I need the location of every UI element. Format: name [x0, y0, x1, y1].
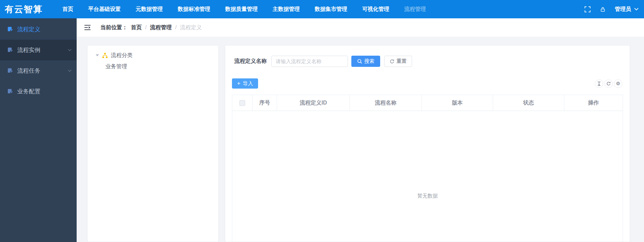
sidebar-item-process-task[interactable]: 流程任务: [0, 60, 77, 81]
caret-down-icon[interactable]: [96, 54, 99, 56]
process-name-label: 流程定义名称: [234, 58, 267, 65]
table-tool-icons: ⚙: [595, 79, 622, 88]
search-button[interactable]: 搜索: [351, 56, 380, 67]
sidebar-item-business-config[interactable]: 业务配置: [0, 81, 77, 102]
chevron-down-icon: [68, 49, 72, 51]
reset-button-label: 重置: [396, 58, 407, 64]
sidebar-item-process-instance[interactable]: 流程实例: [0, 40, 77, 60]
document-edit-icon: [7, 47, 13, 53]
user-menu[interactable]: 管理员: [615, 6, 639, 13]
process-definition-table: 序号 流程定义ID 流程名称 版本 状态 操作 暂无数据: [232, 95, 623, 242]
breadcrumb: 当前位置： 首页 / 流程管理 / 流程定义: [100, 24, 202, 31]
import-button[interactable]: + 导入: [232, 78, 258, 89]
tree-node-label: 流程分类: [111, 52, 133, 59]
nav-item-master-data[interactable]: 主数据管理: [265, 0, 307, 18]
breadcrumb-item-home[interactable]: 首页: [131, 24, 142, 31]
tree-node-label: 业务管理: [105, 63, 127, 70]
table-header-status: 状态: [493, 95, 564, 111]
nav-item-visualization[interactable]: 可视化管理: [355, 0, 397, 18]
lock-icon[interactable]: [600, 6, 606, 12]
chevron-down-icon: [634, 8, 639, 11]
select-all-checkbox[interactable]: [239, 100, 245, 106]
nav-item-platform-settings[interactable]: 平台基础设置: [81, 0, 128, 18]
document-edit-icon: [7, 26, 13, 32]
table-body: 暂无数据: [232, 111, 623, 242]
refresh-icon: [606, 81, 611, 86]
nav-item-data-quality[interactable]: 数据质量管理: [218, 0, 265, 18]
sidebar-item-label: 流程任务: [17, 67, 40, 75]
category-tree-panel: 流程分类 业务管理: [87, 45, 219, 242]
collapse-icon: [84, 25, 91, 30]
stretch-height-button[interactable]: [595, 79, 603, 88]
sidebar-item-label: 流程定义: [17, 25, 40, 33]
search-icon: [357, 59, 362, 64]
breadcrumb-item-process-definition: 流程定义: [180, 24, 202, 31]
breadcrumb-bar: 当前位置： 首页 / 流程管理 / 流程定义: [77, 18, 644, 37]
refresh-icon: [390, 59, 394, 64]
nav-item-data-standard[interactable]: 数据标准管理: [170, 0, 218, 18]
tree-node-process-category[interactable]: 流程分类: [87, 50, 218, 60]
breadcrumb-separator: /: [175, 24, 176, 31]
app-logo: 有云智算: [5, 3, 43, 15]
chevron-down-icon: [68, 70, 72, 72]
column-settings-button[interactable]: ⚙: [614, 79, 622, 88]
table-header-process-name: 流程名称: [350, 95, 422, 111]
breadcrumb-separator: /: [145, 24, 147, 31]
table-header-row: 序号 流程定义ID 流程名称 版本 状态 操作: [232, 95, 623, 111]
sidebar-item-process-definition[interactable]: 流程定义: [0, 19, 77, 40]
user-name: 管理员: [615, 6, 631, 13]
page-layout: 流程定义 流程实例 流程任务 业务配置: [0, 18, 644, 242]
document-edit-icon: [7, 68, 13, 74]
nav-item-home[interactable]: 首页: [55, 0, 81, 18]
toolbar-row: + 导入: [232, 78, 623, 89]
table-header-definition-id: 流程定义ID: [277, 95, 350, 111]
navbar-right: 管理员: [584, 6, 644, 13]
main-menu: 首页 平台基础设置 元数据管理 数据标准管理 数据质量管理 主数据管理 数据集市…: [55, 0, 433, 18]
empty-data-placeholder: 暂无数据: [417, 193, 438, 199]
sitemap-icon: [102, 53, 108, 58]
filter-row: 流程定义名称 搜索 重置: [232, 56, 623, 67]
main-area: 当前位置： 首页 / 流程管理 / 流程定义: [77, 18, 644, 242]
sidebar-item-label: 流程实例: [17, 46, 40, 54]
table-header-version: 版本: [422, 95, 493, 111]
process-definition-panel: 流程定义名称 搜索 重置: [225, 45, 630, 242]
reset-button[interactable]: 重置: [384, 56, 412, 67]
text-height-icon: [597, 81, 601, 86]
content-area: 流程分类 业务管理 流程定义名称 搜索: [77, 37, 644, 242]
gear-icon: ⚙: [616, 81, 620, 86]
sidebar-item-label: 业务配置: [17, 88, 40, 95]
refresh-button[interactable]: [604, 79, 613, 88]
sidebar-collapse-button[interactable]: [83, 23, 92, 32]
breadcrumb-prefix: 当前位置：: [100, 24, 128, 31]
document-edit-icon: [7, 89, 13, 94]
nav-item-data-mart[interactable]: 数据集市管理: [307, 0, 355, 18]
table-header-index: 序号: [253, 95, 277, 111]
sidebar: 流程定义 流程实例 流程任务 业务配置: [0, 18, 77, 242]
import-button-label: 导入: [243, 80, 253, 87]
breadcrumb-item-process-management[interactable]: 流程管理: [150, 24, 172, 31]
nav-item-process-management[interactable]: 流程管理: [397, 0, 433, 18]
top-navbar: 有云智算 首页 平台基础设置 元数据管理 数据标准管理 数据质量管理 主数据管理…: [0, 0, 644, 18]
nav-item-metadata[interactable]: 元数据管理: [128, 0, 170, 18]
search-button-label: 搜索: [364, 58, 374, 64]
fullscreen-icon[interactable]: [584, 6, 591, 13]
table-header-select: [232, 95, 253, 111]
process-name-input[interactable]: [271, 56, 348, 67]
plus-icon: +: [237, 80, 240, 86]
table-header-actions: 操作: [564, 95, 623, 111]
tree-node-business-management[interactable]: 业务管理: [87, 61, 218, 72]
